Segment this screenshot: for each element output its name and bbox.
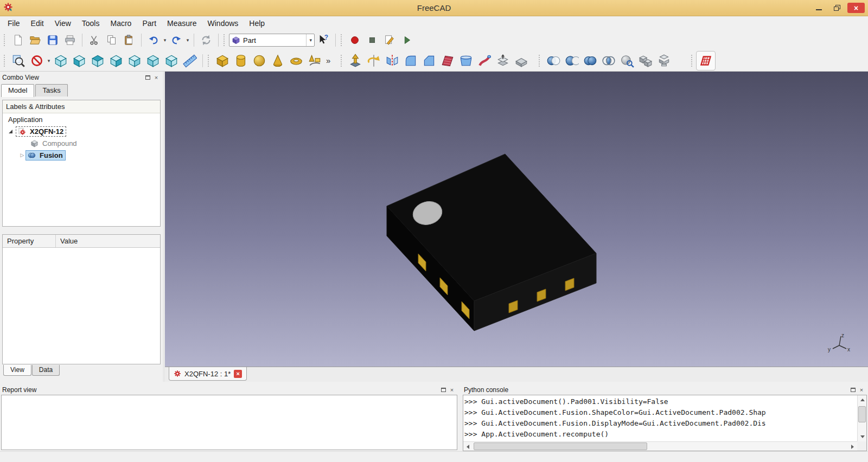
menu-file[interactable]: File xyxy=(2,17,25,30)
loft-button[interactable] xyxy=(457,52,475,70)
chamfer-button[interactable] xyxy=(420,52,438,70)
macro-record-button[interactable] xyxy=(346,32,363,48)
tree-item-fusion[interactable]: ▷ Fusion xyxy=(3,149,160,161)
3d-viewport[interactable]: z x y xyxy=(165,72,868,367)
toolbar-grip[interactable] xyxy=(224,34,226,46)
tree-item-compound[interactable]: Compound xyxy=(3,137,160,149)
restore-button[interactable] xyxy=(829,3,845,13)
whats-this-button[interactable]: ? xyxy=(315,32,332,48)
tab-data[interactable]: Data xyxy=(32,365,60,376)
offset-button[interactable] xyxy=(494,52,512,70)
menu-measure[interactable]: Measure xyxy=(162,17,202,30)
copy-button[interactable] xyxy=(103,32,120,48)
combo-view-close-button[interactable]: × xyxy=(152,74,161,81)
fit-all-button[interactable] xyxy=(9,52,28,70)
torus-button[interactable] xyxy=(287,52,305,70)
print-button[interactable] xyxy=(61,32,79,48)
property-column-header[interactable]: Property xyxy=(3,235,56,247)
view-front-button[interactable] xyxy=(70,52,88,70)
scroll-down-button[interactable] xyxy=(858,432,867,441)
view-rear-button[interactable] xyxy=(125,52,144,70)
horizontal-scroll-thumb[interactable] xyxy=(474,442,647,450)
tab-model[interactable]: Model xyxy=(1,84,34,97)
cut-button[interactable] xyxy=(86,32,103,48)
view-bottom-button[interactable] xyxy=(144,52,162,70)
view-left-button[interactable] xyxy=(162,52,181,70)
report-view-float-button[interactable] xyxy=(439,386,448,394)
boolean-button[interactable] xyxy=(544,52,563,70)
menu-macro[interactable]: Macro xyxy=(105,17,137,30)
sphere-button[interactable] xyxy=(250,52,269,70)
create-primitives-button[interactable] xyxy=(305,52,324,70)
sweep-button[interactable] xyxy=(475,52,494,70)
scroll-right-button[interactable] xyxy=(848,442,857,451)
ruled-surface-button[interactable] xyxy=(438,52,457,70)
refresh-button[interactable] xyxy=(197,32,215,48)
explode-compound-button[interactable] xyxy=(655,52,673,70)
menu-view[interactable]: View xyxy=(49,17,76,30)
redo-button[interactable] xyxy=(168,32,185,48)
report-view-close-button[interactable]: × xyxy=(448,386,456,394)
document-tab-close-button[interactable]: × xyxy=(234,370,242,378)
cut-boolean-button[interactable] xyxy=(563,52,581,70)
mirror-button[interactable] xyxy=(383,52,401,70)
close-button[interactable]: × xyxy=(847,3,865,13)
fillet-button[interactable] xyxy=(401,52,420,70)
toolbar-grip[interactable] xyxy=(539,55,541,67)
toolbar-grip[interactable] xyxy=(4,34,7,46)
chip-model[interactable] xyxy=(387,154,596,331)
expander-closed-icon[interactable]: ▷ xyxy=(19,152,25,158)
python-console-float-button[interactable] xyxy=(848,386,857,394)
tab-view[interactable]: View xyxy=(3,365,31,376)
union-button[interactable] xyxy=(581,52,599,70)
tree-item-application[interactable]: Application xyxy=(3,113,160,125)
cone-button[interactable] xyxy=(269,52,287,70)
undo-button[interactable] xyxy=(145,32,162,48)
compound-button[interactable] xyxy=(636,52,655,70)
view-right-button[interactable] xyxy=(107,52,125,70)
expander-open-icon[interactable] xyxy=(9,130,12,133)
tree-item-document[interactable]: X2QFN-12 xyxy=(3,125,160,137)
undo-dropdown-arrow[interactable]: ▾ xyxy=(162,37,168,43)
toolbar-grip[interactable] xyxy=(341,34,343,46)
open-file-button[interactable] xyxy=(27,32,44,48)
view-top-button[interactable] xyxy=(88,52,107,70)
menu-tools[interactable]: Tools xyxy=(76,17,105,30)
view-axonometric-button[interactable] xyxy=(52,52,70,70)
cylinder-button[interactable] xyxy=(232,52,250,70)
extrude-button[interactable] xyxy=(346,52,365,70)
value-column-header[interactable]: Value xyxy=(56,235,82,247)
toolbar-grip[interactable] xyxy=(341,55,343,67)
revolve-button[interactable] xyxy=(365,52,383,70)
vertical-scroll-thumb[interactable] xyxy=(858,406,866,422)
combo-view-float-button[interactable] xyxy=(143,74,152,81)
menu-part[interactable]: Part xyxy=(137,17,162,30)
minimize-button[interactable] xyxy=(810,3,827,13)
menu-windows[interactable]: Windows xyxy=(202,17,244,30)
new-sketch-button[interactable] xyxy=(697,52,715,70)
scroll-left-button[interactable] xyxy=(463,442,473,451)
macro-stop-button[interactable] xyxy=(363,32,381,48)
save-button[interactable] xyxy=(44,32,61,48)
report-view-content[interactable] xyxy=(1,395,457,450)
new-file-button[interactable] xyxy=(9,32,27,48)
macro-edit-button[interactable] xyxy=(381,32,398,48)
toolbar-grip[interactable] xyxy=(208,55,210,67)
macro-execute-button[interactable] xyxy=(398,32,416,48)
draw-style-button[interactable] xyxy=(28,52,46,70)
measure-button[interactable] xyxy=(181,52,199,70)
workbench-selector[interactable]: Part ▾ xyxy=(229,34,315,47)
tab-tasks[interactable]: Tasks xyxy=(35,84,67,97)
intersection-button[interactable] xyxy=(599,52,618,70)
toolbar-grip[interactable] xyxy=(4,55,7,67)
draw-style-dropdown-arrow[interactable]: ▾ xyxy=(46,58,52,63)
box-button[interactable] xyxy=(213,52,232,70)
python-console-content[interactable]: >>> Gui.activeDocument().Pad001.Visibili… xyxy=(463,395,867,451)
document-tab[interactable]: X2QFN-12 : 1* × xyxy=(169,367,247,381)
scroll-up-button[interactable] xyxy=(858,395,867,405)
menu-help[interactable]: Help xyxy=(244,17,270,30)
thickness-button[interactable] xyxy=(512,52,531,70)
python-console-close-button[interactable]: × xyxy=(857,386,866,394)
toolbar-grip[interactable] xyxy=(691,55,694,67)
menu-edit[interactable]: Edit xyxy=(25,17,49,30)
